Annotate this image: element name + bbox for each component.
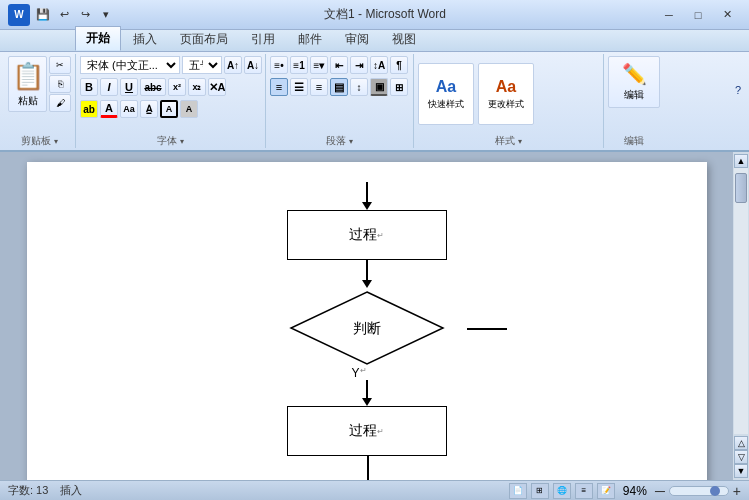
tab-review[interactable]: 审阅 bbox=[334, 27, 380, 51]
tab-references[interactable]: 引用 bbox=[240, 27, 286, 51]
underline-button[interactable]: U bbox=[120, 78, 138, 96]
scroll-page-up-button[interactable]: △ bbox=[734, 436, 748, 450]
font-size-select[interactable]: 五号 bbox=[182, 56, 222, 74]
show-marks-button[interactable]: ¶ bbox=[390, 56, 408, 74]
status-right: 📄 ⊞ 🌐 ≡ 📝 94% ─ + bbox=[509, 483, 741, 499]
align-left-button[interactable]: ≡ bbox=[270, 78, 288, 96]
y-label-row: Y↵ bbox=[287, 366, 447, 380]
styles-label: 样式 ▾ bbox=[418, 132, 599, 146]
tab-home[interactable]: 开始 bbox=[75, 26, 121, 51]
bold-button[interactable]: B bbox=[80, 78, 98, 96]
full-read-view-btn[interactable]: ⊞ bbox=[531, 483, 549, 499]
copy-button[interactable]: ⎘ bbox=[49, 75, 71, 93]
styles-group: Aa 快速样式 Aa 更改样式 样式 ▾ bbox=[414, 54, 604, 148]
maximize-button[interactable]: □ bbox=[684, 5, 712, 25]
editing-button[interactable]: ✏️ 编辑 bbox=[608, 56, 660, 108]
change-style-button[interactable]: Aa 更改样式 bbox=[478, 63, 534, 125]
font-row1: 宋体 (中文正... 五号 A↑ A↓ bbox=[80, 56, 262, 74]
process1-label: 过程 bbox=[349, 226, 377, 244]
sort-button[interactable]: ↕A bbox=[370, 56, 388, 74]
align-right-button[interactable]: ≡ bbox=[310, 78, 328, 96]
insert-mode: 插入 bbox=[60, 483, 82, 498]
editing-group: ✏️ 编辑 编辑 bbox=[604, 54, 664, 148]
window-title: 文档1 - Microsoft Word bbox=[115, 6, 655, 23]
ribbon-tabs: 开始 插入 页面布局 引用 邮件 审阅 视图 bbox=[0, 30, 749, 52]
cut-button[interactable]: ✂ bbox=[49, 56, 71, 74]
font-case-button[interactable]: A̲ bbox=[140, 100, 158, 118]
align-center-button[interactable]: ☰ bbox=[290, 78, 308, 96]
web-view-btn[interactable]: 🌐 bbox=[553, 483, 571, 499]
tab-view[interactable]: 视图 bbox=[381, 27, 427, 51]
tab-insert[interactable]: 插入 bbox=[122, 27, 168, 51]
tab-page-layout[interactable]: 页面布局 bbox=[169, 27, 239, 51]
scroll-page-down-button[interactable]: ▽ bbox=[734, 450, 748, 464]
paste-button[interactable]: 📋 粘贴 bbox=[8, 56, 47, 112]
char-shade-button[interactable]: A bbox=[180, 100, 198, 118]
title-left: W 💾 ↩ ↪ ▾ bbox=[8, 4, 115, 26]
increase-indent-button[interactable]: ⇥ bbox=[350, 56, 368, 74]
numbering-button[interactable]: ≡1 bbox=[290, 56, 308, 74]
styles-content: Aa 快速样式 Aa 更改样式 bbox=[418, 56, 599, 132]
format-painter-button[interactable]: 🖌 bbox=[49, 94, 71, 112]
clear-format-button[interactable]: ✕A bbox=[208, 78, 226, 96]
outline-view-btn[interactable]: ≡ bbox=[575, 483, 593, 499]
right-exit-line bbox=[467, 328, 507, 330]
arrow-head-1 bbox=[362, 280, 372, 288]
editing-content: ✏️ 编辑 bbox=[608, 56, 660, 132]
tab-mail[interactable]: 邮件 bbox=[287, 27, 333, 51]
top-arrow-line bbox=[366, 182, 368, 202]
quick-access-toolbar: 💾 ↩ ↪ ▾ bbox=[34, 6, 115, 24]
word-count: 字数: 13 bbox=[8, 483, 48, 498]
arrow-line-1 bbox=[366, 260, 368, 280]
quick-style-button[interactable]: Aa 快速样式 bbox=[418, 63, 474, 125]
zoom-slider[interactable] bbox=[669, 486, 729, 496]
font-content: 宋体 (中文正... 五号 A↑ A↓ B I U abc x² x₂ ✕A a… bbox=[80, 56, 261, 132]
grow-font-button[interactable]: A↑ bbox=[224, 56, 242, 74]
char-border-button[interactable]: A bbox=[160, 100, 178, 118]
font-color-button[interactable]: A bbox=[100, 100, 118, 118]
subscript-button[interactable]: x₂ bbox=[188, 78, 206, 96]
minimize-button[interactable]: ─ bbox=[655, 5, 683, 25]
process-box-2: 过程↵ bbox=[287, 406, 447, 456]
superscript-button[interactable]: x² bbox=[168, 78, 186, 96]
font-effects-button[interactable]: Aa bbox=[120, 100, 138, 118]
vertical-scrollbar: ▲ △ ▽ ▼ bbox=[733, 152, 749, 480]
flowchart: 过程↵ 判断 Y↵ bbox=[67, 182, 667, 480]
scroll-thumb[interactable] bbox=[735, 173, 747, 203]
shrink-font-button[interactable]: A↓ bbox=[244, 56, 262, 74]
save-quick-btn[interactable]: 💾 bbox=[34, 6, 52, 24]
bullets-button[interactable]: ≡• bbox=[270, 56, 288, 74]
zoom-thumb bbox=[710, 486, 720, 496]
scroll-up-button[interactable]: ▲ bbox=[734, 154, 748, 168]
decrease-indent-button[interactable]: ⇤ bbox=[330, 56, 348, 74]
svg-text:判断: 判断 bbox=[353, 320, 381, 336]
text-highlight-button[interactable]: ab bbox=[80, 100, 98, 118]
italic-button[interactable]: I bbox=[100, 78, 118, 96]
justify-button[interactable]: ▤ bbox=[330, 78, 348, 96]
zoom-plus-button[interactable]: + bbox=[733, 483, 741, 499]
ribbon: 📋 粘贴 ✂ ⎘ 🖌 剪贴板 ▾ 宋体 (中文正... 五号 A↑ A↓ bbox=[0, 52, 749, 152]
draft-view-btn[interactable]: 📝 bbox=[597, 483, 615, 499]
multilevel-button[interactable]: ≡▾ bbox=[310, 56, 328, 74]
font-family-select[interactable]: 宋体 (中文正... bbox=[80, 56, 180, 74]
scroll-track bbox=[734, 168, 748, 434]
customize-quick-btn[interactable]: ▾ bbox=[97, 6, 115, 24]
strikethrough-button[interactable]: abc bbox=[140, 78, 166, 96]
print-view-btn[interactable]: 📄 bbox=[509, 483, 527, 499]
close-button[interactable]: ✕ bbox=[713, 5, 741, 25]
paragraph-content: ≡• ≡1 ≡▾ ⇤ ⇥ ↕A ¶ ≡ ☰ ≡ ▤ ↕ ▣ ⊞ bbox=[270, 56, 409, 132]
font-row2: B I U abc x² x₂ ✕A bbox=[80, 78, 226, 96]
help-icon[interactable]: ? bbox=[735, 84, 741, 96]
font-group: 宋体 (中文正... 五号 A↑ A↓ B I U abc x² x₂ ✕A a… bbox=[76, 54, 266, 148]
scroll-down-button[interactable]: ▼ bbox=[734, 464, 748, 478]
font-row3: ab A Aa A̲ A A bbox=[80, 100, 198, 118]
line-spacing-button[interactable]: ↕ bbox=[350, 78, 368, 96]
font-label: 字体 ▾ bbox=[80, 132, 261, 146]
undo-quick-btn[interactable]: ↩ bbox=[55, 6, 73, 24]
shading-button[interactable]: ▣ bbox=[370, 78, 388, 96]
zoom-minus-button[interactable]: ─ bbox=[655, 483, 665, 499]
clipboard-label: 剪贴板 ▾ bbox=[8, 132, 71, 146]
document-area: 过程↵ 判断 Y↵ bbox=[0, 152, 733, 480]
redo-quick-btn[interactable]: ↪ bbox=[76, 6, 94, 24]
borders-button[interactable]: ⊞ bbox=[390, 78, 408, 96]
